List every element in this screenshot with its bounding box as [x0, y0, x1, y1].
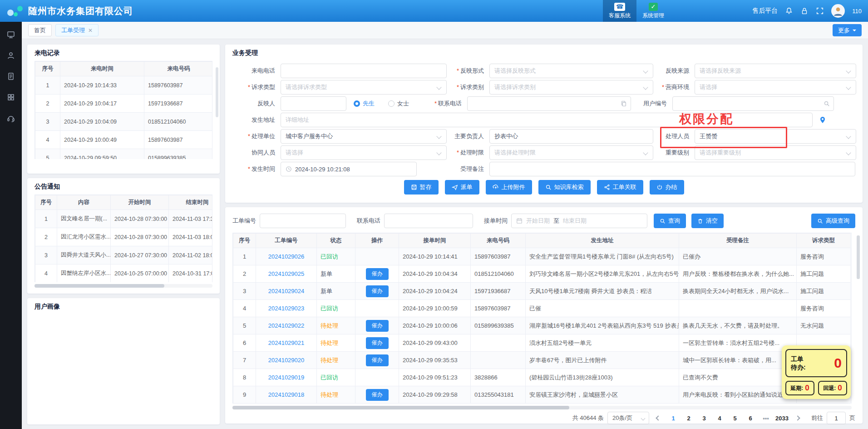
user-no-input[interactable] — [672, 96, 834, 111]
time-limit-select[interactable]: 请选择处理时限 — [489, 145, 653, 160]
user-icon[interactable] — [6, 51, 15, 60]
prev-page-icon[interactable] — [653, 412, 664, 424]
table-row[interactable]: 2因汇龙湾小区需水...2024-10-28 07:30:002024-11-0… — [35, 228, 213, 246]
advanced-query-button[interactable]: 高级查询 — [811, 214, 855, 228]
grid-icon[interactable] — [6, 93, 15, 102]
todo-floating-widget[interactable]: 工单待办: 0 延期: 0 回退: 0 — [782, 345, 851, 399]
copy-icon[interactable] — [621, 100, 627, 107]
reflect-form-select[interactable]: 请选择反映形式 — [489, 64, 653, 78]
table-row[interactable]: 42024-10-29 10:00:4915897603987 — [35, 131, 213, 149]
page-number[interactable]: 5 — [729, 412, 741, 424]
page-size-select[interactable]: 20条/页 — [607, 412, 649, 424]
after-sales-platform-link[interactable]: 售后平台 — [752, 7, 778, 15]
more-button[interactable]: 更多 — [833, 24, 862, 36]
order-link-button[interactable]: 工单关联 — [597, 180, 643, 195]
close-icon[interactable] — [88, 27, 93, 34]
order-row[interactable]: 3 20241029024 新单 催办 2024-10-29 10:04:24 … — [233, 283, 851, 300]
urge-button[interactable]: 催办 — [366, 337, 389, 349]
query-button[interactable]: 查询 — [654, 214, 686, 228]
remark-input[interactable] — [489, 162, 855, 176]
gender-radio-ms[interactable]: 女士 — [388, 100, 409, 108]
collaborator-select[interactable]: 请选择 — [281, 145, 447, 160]
company-logo — [6, 4, 25, 18]
search-icon[interactable] — [824, 100, 830, 107]
date-range-picker[interactable]: 开始日期 至 结束日期 — [511, 214, 647, 228]
reporter-input[interactable] — [281, 96, 346, 111]
order-row[interactable]: 4 20241029023 已回访 2024-10-29 10:00:59 15… — [233, 300, 851, 317]
lock-icon[interactable] — [800, 7, 809, 15]
table-row[interactable]: 1因文峰名居一期(...2024-10-28 07:30:002024-11-0… — [35, 210, 213, 228]
occur-time-picker[interactable]: 2024-10-29 10:21:08 — [281, 162, 417, 176]
nav-customer-service-system[interactable]: 客服系统 — [603, 0, 636, 22]
order-no-link[interactable]: 20241029024 — [256, 283, 317, 300]
horizontal-scrollbar[interactable] — [232, 406, 852, 409]
order-row[interactable]: 7 20241029020 待处理 催办 2024-10-29 09:35:53… — [233, 352, 851, 369]
order-row[interactable]: 6 20241029021 待处理 催办 2024-10-29 09:43:00… — [233, 334, 851, 352]
document-icon[interactable] — [6, 72, 15, 81]
urge-button[interactable]: 催办 — [366, 354, 389, 366]
headset-icon[interactable] — [6, 114, 15, 123]
order-no-link[interactable]: 20241029020 — [256, 352, 317, 369]
gender-radio-mr[interactable]: 先生 — [354, 100, 375, 108]
page-number-last[interactable]: 2033 — [775, 412, 789, 424]
order-no-link[interactable]: 20241029022 — [256, 317, 317, 334]
order-no-link[interactable]: 20241029018 — [256, 386, 317, 404]
knowledge-search-button[interactable]: 知识库检索 — [538, 180, 591, 195]
reflect-source-select[interactable]: 请选择反映来源 — [695, 64, 856, 78]
contact-phone-input[interactable] — [467, 96, 631, 111]
bell-icon[interactable] — [785, 7, 793, 15]
tab-work-order[interactable]: 工单受理 — [55, 24, 99, 36]
order-no-link[interactable]: 20241029023 — [256, 300, 317, 317]
fullscreen-icon[interactable] — [816, 7, 824, 15]
order-no-link[interactable]: 20241029026 — [256, 248, 317, 265]
tab-home[interactable]: 首页 — [28, 24, 52, 36]
table-row[interactable]: 3因舜井大道天风小...2024-10-27 07:30:002024-11-0… — [35, 246, 213, 264]
phone-input[interactable] — [384, 214, 473, 228]
order-row[interactable]: 2 20241029025 新单 催办 2024-10-29 10:04:34 … — [233, 265, 851, 283]
urge-button[interactable]: 催办 — [366, 320, 389, 332]
goto-page-input[interactable]: 1 — [827, 412, 846, 424]
table-row[interactable]: 32024-10-29 10:04:09018512104060 — [35, 113, 213, 131]
appeal-category-select[interactable]: 请选择诉求类别 — [489, 80, 653, 95]
clear-button[interactable]: 清空 — [691, 214, 724, 228]
appeal-type-select[interactable]: 请选择诉求类型 — [281, 80, 447, 95]
page-number[interactable]: 4 — [714, 412, 725, 424]
vertical-scrollbar[interactable] — [857, 234, 860, 404]
page-number[interactable]: 6 — [745, 412, 756, 424]
table-row[interactable]: 12024-10-29 10:14:3315897603987 — [35, 76, 213, 95]
order-row[interactable]: 8 20241029019 已回访 2024-10-29 09:51:23 38… — [233, 369, 851, 386]
table-row[interactable]: 22024-10-29 10:04:1715971936687 — [35, 95, 213, 113]
scrollbar[interactable] — [216, 67, 218, 117]
order-no-link[interactable]: 20241029019 — [256, 369, 317, 386]
order-no-input[interactable] — [260, 214, 346, 228]
call-phone-input[interactable] — [281, 64, 447, 78]
page-number[interactable]: 3 — [698, 412, 710, 424]
complete-button[interactable]: 办结 — [650, 180, 684, 195]
save-draft-button[interactable]: 暂存 — [404, 180, 439, 195]
order-row[interactable]: 9 20241029018 待处理 催办 2024-10-29 09:29:58… — [233, 386, 851, 404]
page-number[interactable]: 2 — [683, 412, 695, 424]
horizontal-scrollbar[interactable] — [35, 284, 212, 288]
order-no-link[interactable]: 20241029025 — [256, 265, 317, 283]
user-avatar[interactable] — [831, 4, 845, 18]
urge-button[interactable]: 催办 — [366, 268, 389, 280]
urge-button[interactable]: 催办 — [366, 389, 389, 401]
page-number[interactable]: 1 — [667, 412, 679, 424]
order-no-link[interactable]: 20241029021 — [256, 334, 317, 352]
upload-attachment-button[interactable]: 上传附件 — [486, 180, 532, 195]
user-no-label: 用户编号 — [631, 100, 672, 108]
monitor-icon[interactable] — [6, 30, 15, 39]
business-env-select[interactable]: 请选择 — [695, 80, 856, 95]
handle-unit-select[interactable]: 城中客户服务中心 — [281, 129, 447, 144]
dispatch-button[interactable]: 派单 — [445, 180, 479, 195]
table-row[interactable]: 52024-10-29 09:59:50015899639385 — [35, 149, 213, 160]
location-pin-icon[interactable] — [819, 116, 826, 124]
order-row[interactable]: 1 20241029026 已回访 2024-10-29 10:14:41 15… — [233, 248, 851, 265]
nav-system-management[interactable]: 系统管理 — [636, 0, 670, 22]
next-page-icon[interactable] — [792, 412, 803, 424]
table-row[interactable]: 4因蟹纳左岸小区水...2024-10-25 07:00:002024-10-3… — [35, 264, 213, 283]
order-row[interactable]: 5 20241029022 待处理 催办 2024-10-29 10:00:06… — [233, 317, 851, 334]
principal-input[interactable]: 抄表中心 — [489, 129, 653, 144]
urge-button[interactable]: 催办 — [366, 285, 389, 297]
ellipsis-pages[interactable]: ••• — [760, 412, 772, 424]
